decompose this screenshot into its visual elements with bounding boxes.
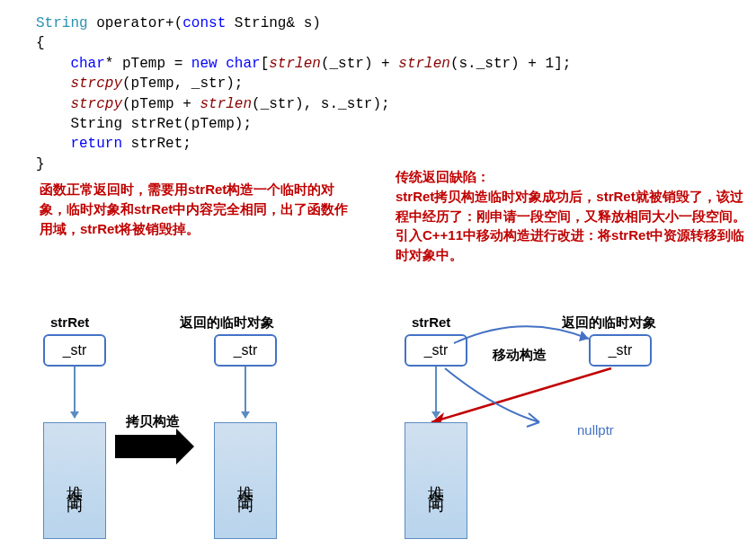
note-left: 函数正常返回时，需要用strRet构造一个临时的对象，临时对象和strRet中内…: [40, 180, 354, 238]
curve-arrow-icon: [449, 316, 602, 352]
arrow-down-icon: [245, 367, 246, 418]
heap-box-move: 堆空间: [405, 422, 467, 539]
strret-str-box: _str: [43, 334, 106, 367]
thick-arrow-icon: [115, 435, 178, 458]
temp-str-box: _str: [214, 334, 277, 367]
code-block: String operator+(const String& s) { char…: [0, 0, 756, 179]
heap-box-right: 堆空间: [214, 422, 277, 539]
code-type: String: [36, 15, 88, 31]
svg-marker-0: [579, 331, 589, 341]
label-strret: strRet: [50, 314, 89, 330]
label-temp-obj: 返回的临时对象: [180, 314, 274, 332]
arrow-down-icon: [74, 367, 76, 418]
note-right-body: strRet拷贝构造临时对象成功后，strRet就被销毁了，该过程中经历了：刚申…: [396, 189, 746, 262]
heap-box-left: 堆空间: [43, 422, 106, 539]
note-right: 传统返回缺陷： strRet拷贝构造临时对象成功后，strRet就被销毁了，该过…: [396, 167, 746, 265]
note-right-title: 传统返回缺陷：: [396, 169, 490, 184]
nullptr-label: nullptr: [577, 422, 614, 438]
label-copy-ctor: 拷贝构造: [126, 413, 180, 430]
label-strret: strRet: [412, 314, 450, 330]
